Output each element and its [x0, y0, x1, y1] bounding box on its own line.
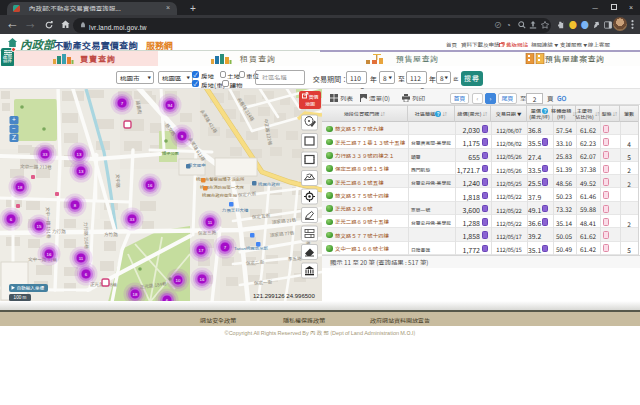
svg-text:力展工科大樓: 力展工科大樓: [222, 207, 249, 213]
svg-text:Tarian桃園威尼斯: Tarian桃園威尼斯: [234, 245, 269, 251]
svg-text:孝五路: 孝五路: [288, 255, 303, 262]
svg-text:方竹路: 方竹路: [104, 231, 118, 237]
svg-text:力行路 150巷: 力行路 150巷: [83, 222, 90, 250]
svg-text:13: 13: [77, 152, 82, 157]
svg-text:18: 18: [133, 292, 138, 297]
svg-text:100 m: 100 m: [14, 295, 27, 300]
svg-text:13: 13: [79, 169, 84, 174]
svg-text:11: 11: [79, 256, 84, 261]
svg-text:17: 17: [199, 248, 204, 253]
svg-text:10: 10: [176, 278, 181, 283]
svg-text:埔子公園: 埔子公園: [162, 150, 179, 156]
svg-text:桃園市政府: 桃園市政府: [258, 181, 281, 187]
svg-text:力行路: 力行路: [52, 228, 66, 234]
svg-text:Z: Z: [12, 134, 16, 141]
svg-text:自動輸入坐標: 自動輸入坐標: [17, 285, 45, 291]
svg-text:+: +: [12, 116, 16, 123]
svg-text:慈文國中: 慈文國中: [188, 162, 206, 168]
svg-text:16: 16: [148, 183, 153, 188]
svg-text:地圖: 地圖: [305, 100, 315, 107]
svg-text:16: 16: [47, 252, 52, 257]
svg-text:文中路: 文中路: [115, 174, 121, 188]
svg-text:18: 18: [18, 185, 23, 190]
svg-text:121.299126 24.996500: 121.299126 24.996500: [253, 293, 315, 299]
svg-text:−: −: [12, 125, 16, 132]
svg-text:33: 33: [43, 152, 48, 157]
svg-text:33: 33: [130, 217, 135, 222]
svg-text:15: 15: [37, 224, 42, 229]
svg-text:16: 16: [200, 277, 205, 282]
svg-text:11: 11: [208, 220, 213, 225]
svg-text:桃園市政府衛生局: 桃園市政府衛生局: [202, 192, 238, 198]
svg-text:94: 94: [168, 103, 173, 108]
